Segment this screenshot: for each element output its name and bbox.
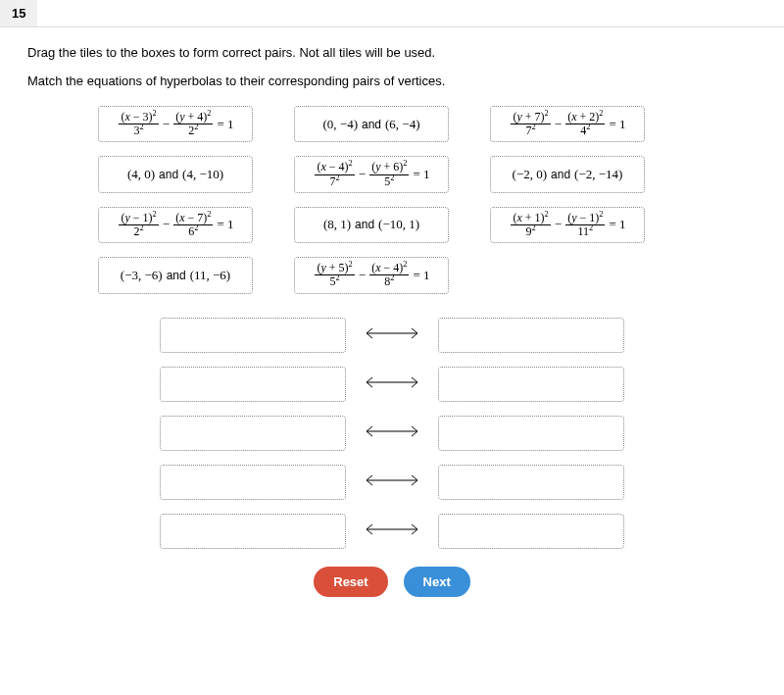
match-row [137,514,647,549]
dropzone-left[interactable] [160,514,346,549]
double-arrow-icon [358,473,426,491]
dropzone-left[interactable] [160,318,346,353]
tiles-area: (x − 3)232 − (y + 4)222 = 1 (0, −4)and(6… [98,106,686,294]
tile-equation[interactable]: (x + 1)292 − (y − 1)2112 = 1 [490,207,645,243]
dropzone-left[interactable] [160,416,346,451]
tile-vertex-pair[interactable]: (−3, −6)and(11, −6) [98,257,253,293]
tile-equation[interactable]: (y − 1)222 − (x − 7)262 = 1 [98,207,253,243]
dropzone-right[interactable] [438,367,624,402]
question-header: 15 [0,0,784,27]
tile-equation[interactable]: (x − 3)232 − (y + 4)222 = 1 [98,106,253,142]
tile-equation[interactable]: (x − 4)272 − (y + 6)252 = 1 [294,156,449,192]
match-row [137,367,647,402]
dropzone-right[interactable] [438,416,624,451]
dropzone-right[interactable] [438,318,624,353]
double-arrow-icon [358,522,426,540]
instruction-2: Match the equations of hyperbolas to the… [27,74,757,88]
dropzone-left[interactable] [160,367,346,402]
next-button[interactable]: Next [404,567,470,597]
reset-button[interactable]: Reset [314,567,387,597]
dropzone-right[interactable] [438,465,624,500]
double-arrow-icon [358,326,426,344]
tile-equation[interactable]: (y + 5)252 − (x − 4)282 = 1 [294,257,449,293]
match-row [137,318,647,353]
question-number: 15 [0,0,37,26]
button-row: Reset Next [27,567,757,597]
dropzone-left[interactable] [160,465,346,500]
match-row [137,465,647,500]
tile-vertex-pair[interactable]: (8, 1)and(−10, 1) [294,207,449,243]
double-arrow-icon [358,375,426,393]
match-area [137,318,647,549]
dropzone-right[interactable] [438,514,624,549]
tile-vertex-pair[interactable]: (−2, 0)and(−2, −14) [490,156,645,192]
tile-equation[interactable]: (y + 7)272 − (x + 2)242 = 1 [490,106,645,142]
double-arrow-icon [358,424,426,442]
instruction-1: Drag the tiles to the boxes to form corr… [27,45,757,60]
match-row [137,416,647,451]
tile-vertex-pair[interactable]: (0, −4)and(6, −4) [294,106,449,142]
tile-vertex-pair[interactable]: (4, 0)and(4, −10) [98,156,253,192]
